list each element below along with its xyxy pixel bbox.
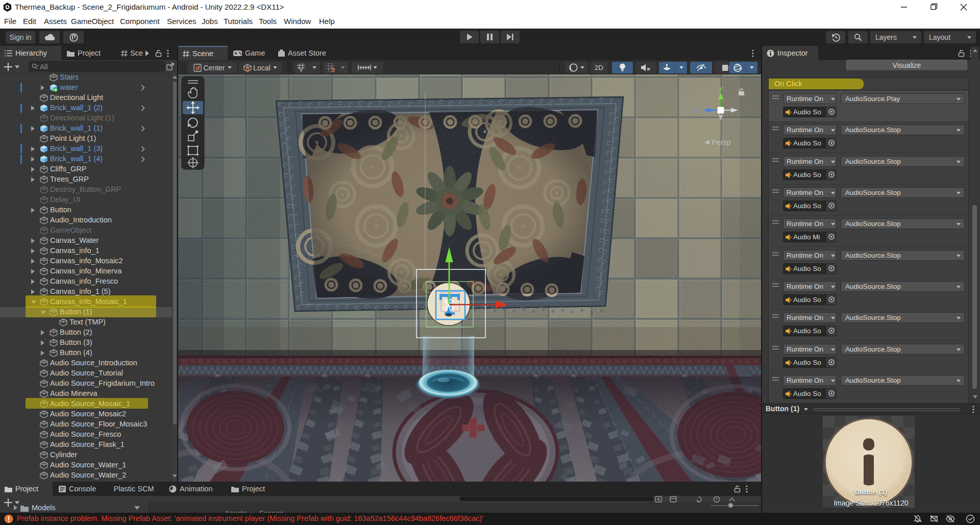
- svg-text:Persp: Persp: [712, 138, 731, 146]
- svg-text:Y: Y: [299, 68, 302, 72]
- svg-text:y: y: [719, 84, 723, 92]
- svg-text:z: z: [696, 107, 699, 114]
